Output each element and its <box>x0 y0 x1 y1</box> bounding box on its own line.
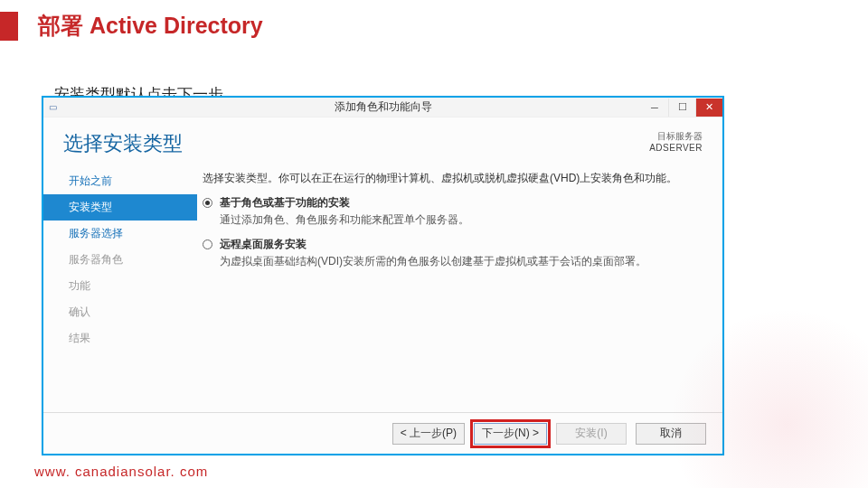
sidebar-item-server-select[interactable]: 服务器选择 <box>43 221 197 247</box>
install-button: 安装(I) <box>556 423 627 445</box>
close-button[interactable]: ✕ <box>695 99 722 117</box>
sidebar-item-server-roles: 服务器角色 <box>43 247 197 273</box>
option-body: 基于角色或基于功能的安装 通过添加角色、角色服务和功能来配置单个服务器。 <box>220 195 469 228</box>
wizard-window: ▭ 添加角色和功能向导 ─ ☐ ✕ 选择安装类型 目标服务器 ADSERVER … <box>42 96 724 455</box>
target-server: ADSERVER <box>649 143 703 153</box>
radio-icon[interactable] <box>203 198 212 208</box>
content-intro: 选择安装类型。你可以在正在运行的物理计算机、虚拟机或脱机虚拟硬盘(VHD)上安装… <box>203 170 701 186</box>
footer-url: www. canadiansolar. com <box>34 464 208 479</box>
target-label: 目标服务器 <box>649 130 703 143</box>
wizard-content: 选择安装类型。你可以在正在运行的物理计算机、虚拟机或脱机虚拟硬盘(VHD)上安装… <box>197 164 722 412</box>
slide-header: 部署 Active Directory <box>0 0 868 48</box>
app-icon: ▭ <box>49 102 60 113</box>
wizard-heading: 选择安装类型 <box>63 130 183 157</box>
wizard-body: 选择安装类型 目标服务器 ADSERVER 开始之前 安装类型 服务器选择 服务… <box>43 117 722 454</box>
target-info: 目标服务器 ADSERVER <box>649 130 703 157</box>
prev-button[interactable]: < 上一步(P) <box>392 423 465 445</box>
wizard-header: 选择安装类型 目标服务器 ADSERVER <box>43 117 722 164</box>
option-title: 远程桌面服务安装 <box>220 237 646 252</box>
sidebar-item-features: 功能 <box>43 273 197 299</box>
option-desc: 通过添加角色、角色服务和功能来配置单个服务器。 <box>220 212 469 228</box>
wizard-main: 开始之前 安装类型 服务器选择 服务器角色 功能 确认 结果 选择安装类型。你可… <box>43 164 722 412</box>
minimize-button[interactable]: ─ <box>641 99 668 117</box>
option-rds[interactable]: 远程桌面服务安装 为虚拟桌面基础结构(VDI)安装所需的角色服务以创建基于虚拟机… <box>203 237 701 269</box>
sidebar-item-install-type[interactable]: 安装类型 <box>43 194 197 221</box>
window-controls: ─ ☐ ✕ <box>641 99 722 117</box>
window-title: 添加角色和功能向导 <box>335 99 432 115</box>
option-desc: 为虚拟桌面基础结构(VDI)安装所需的角色服务以创建基于虚拟机或基于会话的桌面部… <box>220 254 646 269</box>
radio-icon[interactable] <box>203 239 212 249</box>
sidebar-item-before[interactable]: 开始之前 <box>43 168 197 194</box>
option-body: 远程桌面服务安装 为虚拟桌面基础结构(VDI)安装所需的角色服务以创建基于虚拟机… <box>220 237 646 269</box>
next-button[interactable]: 下一步(N) > <box>474 423 547 445</box>
maximize-button[interactable]: ☐ <box>668 99 695 117</box>
cancel-button[interactable]: 取消 <box>636 423 706 445</box>
sidebar-item-confirm: 确认 <box>43 299 197 325</box>
accent-block <box>0 12 18 41</box>
slide-title: 部署 Active Directory <box>38 11 263 41</box>
option-role-based[interactable]: 基于角色或基于功能的安装 通过添加角色、角色服务和功能来配置单个服务器。 <box>203 195 701 228</box>
sidebar-item-result: 结果 <box>43 325 197 352</box>
wizard-sidebar: 开始之前 安装类型 服务器选择 服务器角色 功能 确认 结果 <box>43 164 197 412</box>
option-title: 基于角色或基于功能的安装 <box>220 195 469 211</box>
wizard-footer: < 上一步(P) 下一步(N) > 安装(I) 取消 <box>43 412 722 454</box>
titlebar: ▭ 添加角色和功能向导 ─ ☐ ✕ <box>43 98 722 117</box>
